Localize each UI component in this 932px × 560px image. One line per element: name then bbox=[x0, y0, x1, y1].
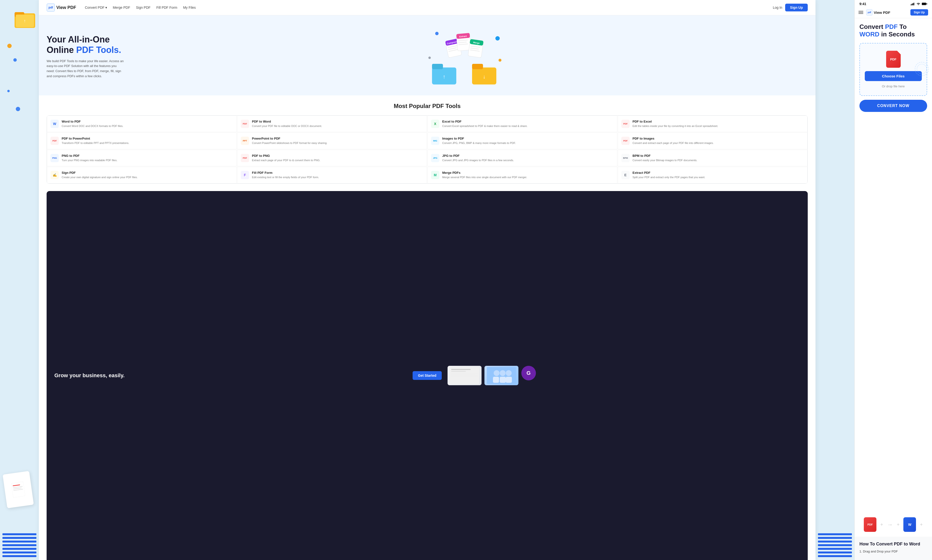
tools-grid: WWord to PDFConvert Word DOC and DOCX fo… bbox=[47, 115, 808, 184]
nav-link-convert-pdf[interactable]: Convert PDF ▾ bbox=[85, 6, 107, 9]
hero-visual: ↑ ↓ Compress bbox=[124, 25, 808, 88]
dot-blue-1 bbox=[13, 58, 17, 62]
tool-card[interactable]: IMGImages to PDFConvert JPG, PNG, BMP & … bbox=[428, 132, 617, 149]
svg-rect-38 bbox=[451, 369, 471, 370]
svg-point-35 bbox=[498, 59, 501, 62]
how-to-section: How To Convert PDF to Word 1. Drag and D… bbox=[855, 537, 932, 560]
tool-card[interactable]: XExcel to PDFConvert Excel spreadsheet t… bbox=[428, 115, 617, 132]
tool-card[interactable]: FFill PDF FormEdit existing text or fill… bbox=[237, 167, 427, 183]
tool-icon: PDF bbox=[621, 137, 630, 145]
tool-info: PDF to PNGExtract each page of your PDF … bbox=[252, 154, 320, 162]
phone-hero-title: Convert PDF To WORD in Seconds bbox=[860, 23, 927, 38]
logo-text: View PDF bbox=[56, 5, 76, 10]
g-logo-circle: G bbox=[521, 366, 536, 380]
how-to-step-1: 1. Drag and Drop your PDF bbox=[860, 549, 927, 553]
phone-signup-button[interactable]: Sign Up bbox=[910, 9, 928, 15]
tool-info: Excel to PDFConvert Excel spreadsheet to… bbox=[442, 120, 528, 128]
svg-rect-53 bbox=[914, 3, 914, 5]
svg-rect-41 bbox=[451, 374, 475, 375]
hero-title: Your All-in-One Online PDF Tools. bbox=[47, 34, 124, 55]
tool-card[interactable]: PDFPDF to PowerPointTransform PDF to edi… bbox=[47, 132, 237, 149]
banner-preview-photo bbox=[484, 366, 518, 385]
tool-icon: W bbox=[51, 120, 59, 128]
conversion-visual: PDF + → + W + bbox=[855, 512, 932, 537]
right-stripes bbox=[815, 531, 854, 560]
tool-card[interactable]: PDFPDF to ImagesConvert and extract each… bbox=[618, 132, 807, 149]
phone-title-seconds: in Seconds bbox=[879, 31, 915, 38]
svg-point-57 bbox=[917, 64, 927, 74]
svg-rect-42 bbox=[451, 376, 478, 376]
pdf-file-icon: PDF bbox=[886, 51, 901, 68]
choose-files-button[interactable]: Choose Files bbox=[865, 71, 922, 81]
tool-card[interactable]: PDFPDF to ExcelEdit the tables inside yo… bbox=[618, 115, 807, 132]
svg-rect-49 bbox=[506, 377, 512, 383]
signup-button[interactable]: Sign Up bbox=[785, 4, 808, 11]
dot-blue-3 bbox=[16, 107, 20, 111]
hero-section: Your All-in-One Online PDF Tools. We bui… bbox=[39, 15, 815, 95]
svg-text:↑: ↑ bbox=[24, 18, 26, 23]
phone-logo-text: View PDF bbox=[874, 11, 890, 15]
phone-time: 9:41 bbox=[860, 2, 866, 6]
left-decoration: ↑ bbox=[0, 0, 39, 560]
plus-icon: + bbox=[880, 522, 883, 528]
pdf-conversion-icon: PDF bbox=[864, 517, 877, 532]
tool-card[interactable]: MMerge PDFsMerge several PDF files into … bbox=[428, 167, 617, 183]
tool-card[interactable]: ✍Sign PDFCreate your own digital signatu… bbox=[47, 167, 237, 183]
right-decoration bbox=[815, 0, 854, 560]
convert-now-button[interactable]: CONVERT NOW bbox=[860, 100, 927, 112]
phone-nav-left: pdf View PDF bbox=[858, 9, 890, 15]
tool-info: Word to PDFConvert Word DOC and DOCX for… bbox=[62, 120, 123, 128]
tool-info: Extract PDFSplit your PDF and extract on… bbox=[632, 171, 705, 179]
tool-card[interactable]: EExtract PDFSplit your PDF and extract o… bbox=[618, 167, 807, 183]
nav-actions: Log In Sign Up bbox=[773, 4, 808, 11]
login-button[interactable]: Log In bbox=[773, 6, 782, 9]
tool-card[interactable]: WWord to PDFConvert Word DOC and DOCX fo… bbox=[47, 115, 237, 132]
tool-description: Convert and extract each page of your PD… bbox=[632, 141, 714, 145]
hero-text: Your All-in-One Online PDF Tools. We bui… bbox=[47, 34, 124, 79]
navbar: pdf View PDF Convert PDF ▾ Merge PDF Sig… bbox=[39, 0, 815, 15]
nav-link-my-files[interactable]: My Files bbox=[183, 6, 195, 9]
tool-description: Convert easily your Bitmap images to PDF… bbox=[632, 158, 697, 162]
upload-deco bbox=[915, 62, 929, 77]
tool-description: Turn your PNG images into readable PDF f… bbox=[62, 158, 117, 162]
tool-description: Edit the tables inside your file by conv… bbox=[632, 124, 718, 128]
tool-card[interactable]: PPTPowerPoint to PDFConvert PowerPoint s… bbox=[237, 132, 427, 149]
get-started-button[interactable]: Get Started bbox=[412, 371, 441, 380]
hamburger-menu[interactable] bbox=[858, 11, 863, 14]
svg-rect-48 bbox=[500, 377, 506, 383]
tool-card[interactable]: PDFPDF to WordConvert your PDF file to e… bbox=[237, 115, 427, 132]
phone-title-pdf: PDF bbox=[885, 23, 898, 30]
tool-description: Convert your PDF file to editable DOC or… bbox=[252, 124, 322, 128]
phone-title-word: WORD bbox=[860, 31, 879, 38]
nav-link-fill-pdf-form[interactable]: Fill PDF Form bbox=[156, 6, 177, 9]
tool-name: BPM to PDF bbox=[632, 154, 697, 157]
tool-description: Create your own digital signature and si… bbox=[62, 175, 138, 179]
tool-info: PNG to PDFTurn your PNG images into read… bbox=[62, 154, 117, 162]
nav-logo: pdf View PDF bbox=[47, 3, 76, 12]
svg-rect-47 bbox=[493, 377, 499, 383]
phone-status-bar: 9:41 bbox=[855, 0, 932, 7]
tool-card[interactable]: BPMBPM to PDFConvert easily your Bitmap … bbox=[618, 150, 807, 166]
tool-card[interactable]: JPGJPG to PDFConvert JPG and JPG images … bbox=[428, 150, 617, 166]
tool-info: PDF to PowerPointTransform PDF to editab… bbox=[62, 137, 129, 145]
tool-info: Fill PDF FormEdit existing text or fill … bbox=[252, 171, 319, 179]
tool-name: Images to PDF bbox=[442, 137, 516, 140]
plus-icon-3: + bbox=[920, 522, 923, 528]
tool-icon: PDF bbox=[241, 120, 249, 128]
dot-orange bbox=[7, 44, 12, 48]
tool-card[interactable]: PNGPNG to PDFTurn your PNG images into r… bbox=[47, 150, 237, 166]
tool-name: Fill PDF Form bbox=[252, 171, 319, 175]
tool-icon: PDF bbox=[241, 154, 249, 162]
tool-description: Convert Word DOC and DOCX formats to PDF… bbox=[62, 124, 123, 128]
tools-section: Most Popular PDF Tools WWord to PDFConve… bbox=[39, 95, 815, 191]
tool-description: Transform PDF to editable PPT and PPTX p… bbox=[62, 141, 129, 145]
svg-point-34 bbox=[495, 36, 500, 40]
battery-icon bbox=[922, 2, 927, 5]
tool-description: Merge several PDF files into one single … bbox=[442, 175, 527, 179]
file-upload-area[interactable]: PDF Choose Files Or drop file here bbox=[860, 43, 927, 96]
nav-link-merge-pdf[interactable]: Merge PDF bbox=[113, 6, 130, 9]
how-to-title: How To Convert PDF to Word bbox=[860, 542, 927, 547]
tool-name: Sign PDF bbox=[62, 171, 138, 175]
tool-card[interactable]: PDFPDF to PNGExtract each page of your P… bbox=[237, 150, 427, 166]
nav-link-sign-pdf[interactable]: Sign PDF bbox=[136, 6, 151, 9]
